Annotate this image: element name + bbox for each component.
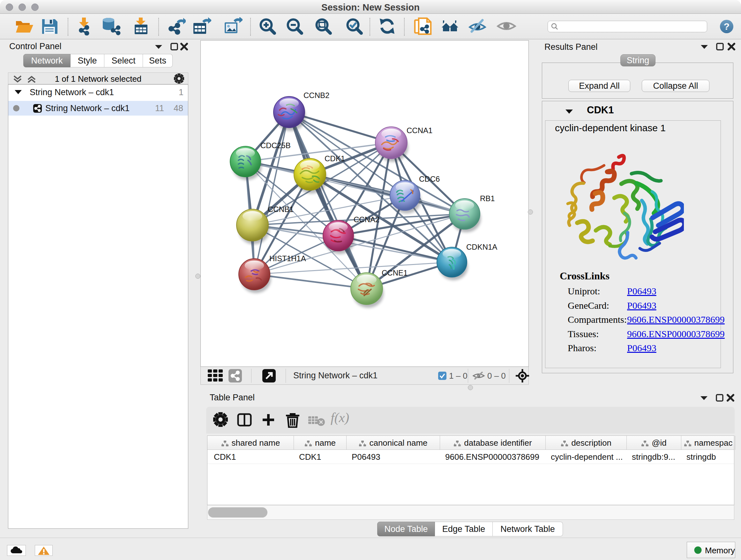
svg-text:CCNB2: CCNB2 (304, 91, 329, 100)
svg-text:RB1: RB1 (480, 194, 495, 203)
svg-text:CDK1: CDK1 (325, 154, 345, 163)
svg-text:HIST1H1A: HIST1H1A (269, 254, 306, 263)
svg-text:CCNA2: CCNA2 (354, 215, 380, 224)
svg-text:CCNE1: CCNE1 (382, 268, 408, 277)
svg-text:CCNB1: CCNB1 (268, 205, 293, 213)
svg-text:CCNA1: CCNA1 (407, 126, 432, 135)
svg-text:CDC25B: CDC25B (260, 141, 291, 150)
svg-text:CDKN1A: CDKN1A (466, 243, 497, 251)
svg-text:CDC6: CDC6 (419, 175, 440, 183)
